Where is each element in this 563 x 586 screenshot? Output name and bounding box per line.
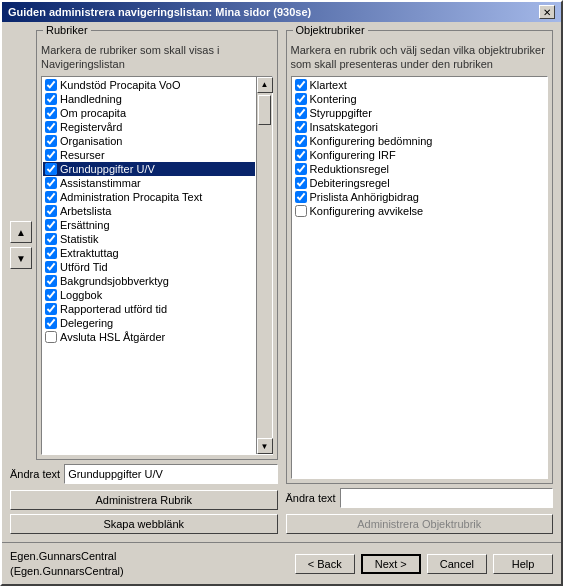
cancel-button[interactable]: Cancel [427, 554, 487, 574]
list-item[interactable]: Styruppgifter [293, 106, 547, 120]
left-change-text-label: Ändra text [10, 468, 60, 480]
left-action-buttons: Administrera Rubrik Skapa webblänk [10, 490, 278, 534]
footer-buttons: < Back Next > Cancel Help [295, 554, 553, 574]
list-item[interactable]: Utförd Tid [43, 260, 255, 274]
list-item[interactable]: Rapporterad utförd tid [43, 302, 255, 316]
right-change-text-label: Ändra text [286, 492, 336, 504]
footer-line2: (Egen.GunnarsCentral) [10, 564, 295, 578]
list-item[interactable]: Klartext [293, 78, 547, 92]
list-item[interactable]: Statistik [43, 232, 255, 246]
list-item[interactable]: Extraktuttag [43, 246, 255, 260]
list-item[interactable]: Om procapita [43, 106, 255, 120]
close-button[interactable]: ✕ [539, 5, 555, 19]
list-item[interactable]: Arbetslista [43, 204, 255, 218]
list-item[interactable]: Insatskategori [293, 120, 547, 134]
list-item[interactable]: Loggbok [43, 288, 255, 302]
right-panel: Objektrubriker Markera en rubrik och väl… [286, 30, 554, 534]
right-description: Markera en rubrik och välj sedan vilka o… [291, 43, 549, 72]
list-item[interactable]: Organisation [43, 134, 255, 148]
right-action-buttons: Administrera Objektrubrik [286, 514, 554, 534]
left-panel-wrapper: ▲ ▼ Rubriker Markera de rubriker som ska… [10, 30, 278, 460]
window-title: Guiden administrera navigeringslistan: M… [8, 6, 311, 18]
help-button[interactable]: Help [493, 554, 553, 574]
objektrubriker-legend: Objektrubriker [293, 24, 368, 36]
objektrubriker-fieldset: Objektrubriker Markera en rubrik och väl… [286, 30, 554, 484]
list-item[interactable]: Kontering [293, 92, 547, 106]
move-down-button[interactable]: ▼ [10, 247, 32, 269]
list-item[interactable]: Konfigurering bedömning [293, 134, 547, 148]
list-item[interactable]: Avsluta HSL Åtgärder [43, 330, 255, 344]
footer-text: Egen.GunnarsCentral (Egen.GunnarsCentral… [10, 549, 295, 578]
right-list-inner: KlartextKonteringStyruppgifterInsatskate… [292, 77, 548, 219]
left-arrows: ▲ ▼ [10, 30, 32, 460]
footer: Egen.GunnarsCentral (Egen.GunnarsCentral… [2, 542, 561, 584]
right-bottom-row: Ändra text [286, 488, 554, 508]
footer-line1: Egen.GunnarsCentral [10, 549, 295, 563]
list-item[interactable]: Konfigurering avvikelse [293, 204, 547, 218]
list-item[interactable]: Konfigurering IRF [293, 148, 547, 162]
left-bottom-row: Ändra text [10, 464, 278, 484]
list-item[interactable]: Resurser [43, 148, 255, 162]
scroll-track-area [257, 93, 272, 439]
administrera-objektrubrik-button[interactable]: Administrera Objektrubrik [286, 514, 554, 534]
list-item[interactable]: Handledning [43, 92, 255, 106]
list-item[interactable]: Ersättning [43, 218, 255, 232]
right-list-scroll[interactable]: KlartextKonteringStyruppgifterInsatskate… [292, 77, 548, 479]
rubriker-fieldset: Rubriker Markera de rubriker som skall v… [36, 30, 278, 460]
title-bar: Guiden administrera navigeringslistan: M… [2, 2, 561, 22]
list-item[interactable]: Bakgrundsjobbverktyg [43, 274, 255, 288]
list-item[interactable]: Kundstöd Procapita VoO [43, 78, 255, 92]
main-window: Guiden administrera navigeringslistan: M… [0, 0, 563, 586]
left-list-container: Kundstöd Procapita VoOHandledningOm proc… [41, 76, 273, 456]
move-up-button[interactable]: ▲ [10, 221, 32, 243]
list-item[interactable]: Debiteringsregel [293, 176, 547, 190]
panels-container: ▲ ▼ Rubriker Markera de rubriker som ska… [10, 30, 553, 534]
list-item[interactable]: Registervård [43, 120, 255, 134]
left-panel: ▲ ▼ Rubriker Markera de rubriker som ska… [10, 30, 278, 534]
skapa-webblank-button[interactable]: Skapa webblänk [10, 514, 278, 534]
list-item[interactable]: Assistanstimmar [43, 176, 255, 190]
list-item[interactable]: Grunduppgifter U/V [43, 162, 255, 176]
back-button[interactable]: < Back [295, 554, 355, 574]
right-change-text-input[interactable] [340, 488, 553, 508]
scroll-up-arrow[interactable]: ▲ [257, 77, 273, 93]
scroll-thumb[interactable] [258, 95, 271, 125]
list-item[interactable]: Reduktionsregel [293, 162, 547, 176]
left-list-scroll[interactable]: Kundstöd Procapita VoOHandledningOm proc… [42, 77, 256, 455]
scroll-down-arrow[interactable]: ▼ [257, 438, 273, 454]
list-item[interactable]: Administration Procapita Text [43, 190, 255, 204]
list-item[interactable]: Delegering [43, 316, 255, 330]
left-description: Markera de rubriker som skall visas i Na… [41, 43, 273, 72]
right-list-container: KlartextKonteringStyruppgifterInsatskate… [291, 76, 549, 480]
administrera-rubrik-button[interactable]: Administrera Rubrik [10, 490, 278, 510]
rubriker-legend: Rubriker [43, 24, 91, 36]
left-scrollbar: ▲ ▼ [256, 77, 272, 455]
list-item[interactable]: Prislista Anhörigbidrag [293, 190, 547, 204]
left-list-inner: Kundstöd Procapita VoOHandledningOm proc… [42, 77, 256, 345]
left-change-text-input[interactable] [64, 464, 277, 484]
next-button[interactable]: Next > [361, 554, 421, 574]
content-area: ▲ ▼ Rubriker Markera de rubriker som ska… [2, 22, 561, 542]
